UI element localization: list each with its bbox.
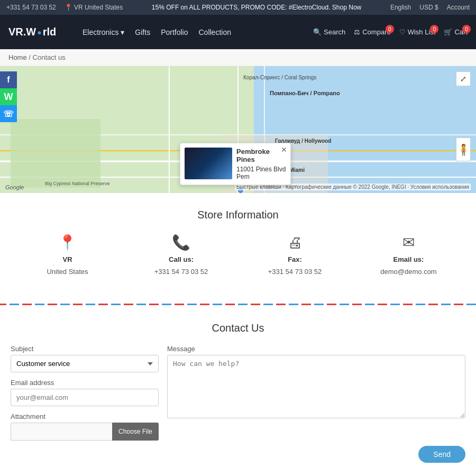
dashed-divider-1 — [0, 301, 476, 307]
store-location-item: 📍 VR United States — [11, 234, 124, 276]
compare-badge: 0 — [386, 25, 394, 33]
breadcrumb: Home / Contact us — [0, 49, 476, 66]
facebook-button[interactable]: f — [0, 71, 17, 88]
fax-icon: 🖨 — [288, 234, 303, 251]
header-actions: 🔍 Search ⚖ Compare 0 ♡ Wish List 0 🛒 Car… — [313, 28, 468, 36]
email-address: demo@demo.com — [380, 268, 436, 276]
call-number: +331 54 73 03 52 — [154, 268, 208, 276]
nav-electronics[interactable]: Electronics ▾ — [83, 28, 124, 36]
map-popup: ✕ Pembroke Pines 11001 Pines Blvd Pem — [180, 143, 291, 185]
location-label: 📍 VR United States — [65, 4, 123, 11]
account-link[interactable]: Account — [447, 4, 470, 11]
map-popup-title: Pembroke Pines — [236, 148, 286, 163]
contact-title: Contact Us — [11, 322, 465, 334]
send-row: Send — [11, 446, 465, 463]
logo[interactable]: VR.W●rld — [8, 26, 72, 38]
breadcrumb-separator: / — [29, 53, 32, 61]
promo-banner: 15% OFF on ALL PRODUCTS, PROMO CODE: #El… — [152, 4, 361, 11]
social-float: f W ☏ — [0, 71, 17, 122]
top-bar: +331 54 73 03 52 📍 VR United States 15% … — [0, 0, 476, 15]
compare-icon: ⚖ — [354, 28, 360, 36]
contact-section: Contact Us Subject Customer service Emai… — [0, 312, 476, 476]
phone-number: +331 54 73 03 52 — [6, 4, 56, 11]
nav-collection[interactable]: Collection — [199, 28, 231, 36]
store-name: VR — [62, 255, 72, 263]
top-bar-right: English USD $ Account — [390, 4, 470, 11]
wishlist-action[interactable]: ♡ Wish List 0 — [399, 28, 436, 36]
message-label: Message — [167, 345, 465, 353]
nav-gifts[interactable]: Gifts — [135, 28, 150, 36]
email-input[interactable] — [11, 389, 159, 406]
attachment-row: Choose File — [11, 423, 159, 441]
svg-rect-9 — [11, 119, 100, 188]
attachment-input[interactable] — [11, 423, 112, 441]
search-action[interactable]: 🔍 Search — [313, 28, 345, 36]
phone-button[interactable]: ☏ — [0, 105, 17, 122]
store-info-grid: 📍 VR United States 📞 Call us: +331 54 73… — [11, 234, 465, 276]
fax-label: Fax: — [288, 255, 302, 263]
cart-icon: 🛒 — [444, 28, 452, 36]
search-icon: 🔍 — [313, 28, 322, 36]
subject-field-group: Subject Customer service — [11, 345, 159, 372]
email-field-group: Email address — [11, 379, 159, 406]
wishlist-badge: 0 — [430, 25, 438, 33]
heart-icon: ♡ — [399, 28, 406, 36]
logo-text-vr: VR.W — [8, 26, 36, 38]
breadcrumb-current: Contact us — [33, 53, 66, 61]
google-logo: Google — [5, 184, 24, 190]
store-country: United States — [47, 268, 88, 276]
cart-badge: 0 — [462, 25, 471, 33]
contact-left: Subject Customer service Email address A… — [11, 345, 159, 441]
map-popup-address: 11001 Pines Blvd Pem — [236, 166, 286, 180]
map-popup-text: Pembroke Pines 11001 Pines Blvd Pem — [236, 148, 286, 180]
store-fax-item: 🖨 Fax: +331 54 73 03 52 — [238, 234, 352, 276]
map-popup-content: Pembroke Pines 11001 Pines Blvd Pem — [180, 143, 290, 185]
phone-icon: 📞 — [172, 234, 190, 251]
attachment-field-group: Attachment Choose File — [11, 413, 159, 441]
map-popup-image — [185, 148, 232, 179]
search-label: Search — [324, 28, 345, 36]
currency-selector[interactable]: USD $ — [419, 4, 438, 11]
logo-circle: ● — [37, 28, 41, 36]
fax-number: +331 54 73 03 52 — [268, 268, 322, 276]
email-field-label: Email address — [11, 379, 159, 387]
store-info-section: Store Information 📍 VR United States 📞 C… — [0, 193, 476, 297]
main-nav: Electronics ▾ Gifts Portfolio Collection — [83, 28, 303, 36]
compare-action[interactable]: ⚖ Compare 0 — [354, 28, 390, 36]
cart-action[interactable]: 🛒 Cart 0 — [444, 28, 468, 36]
call-label: Call us: — [169, 255, 194, 263]
contact-form-grid: Subject Customer service Email address A… — [11, 345, 465, 441]
map-pegman[interactable]: 🧍 — [456, 138, 471, 161]
svg-text:Корал-Спрингс / Coral Springs: Корал-Спрингс / Coral Springs — [243, 75, 316, 80]
email-icon: ✉ — [402, 234, 415, 251]
send-button[interactable]: Send — [418, 446, 465, 463]
map-container[interactable]: f W ☏ Корал-Спрингс / Coral Springs Помп… — [0, 66, 476, 193]
subject-label: Subject — [11, 345, 159, 353]
header: VR.W●rld Electronics ▾ Gifts Portfolio C… — [0, 15, 476, 49]
subject-select[interactable]: Customer service — [11, 355, 159, 372]
email-label: Email us: — [393, 255, 424, 263]
attachment-label: Attachment — [11, 413, 159, 420]
map-fullscreen-button[interactable]: ⤢ — [456, 71, 471, 86]
store-phone-item: 📞 Call us: +331 54 73 03 52 — [124, 234, 238, 276]
store-info-title: Store Information — [11, 209, 465, 221]
choose-file-button[interactable]: Choose File — [112, 423, 159, 441]
map-popup-close[interactable]: ✕ — [281, 145, 287, 154]
top-bar-left: +331 54 73 03 52 📍 VR United States — [6, 4, 123, 11]
svg-text:Big Cypress National Preserve: Big Cypress National Preserve — [45, 181, 110, 186]
language-selector[interactable]: English — [390, 4, 411, 11]
nav-portfolio[interactable]: Portfolio — [161, 28, 188, 36]
logo-text-rld: rld — [43, 26, 57, 38]
whatsapp-button[interactable]: W — [0, 88, 17, 105]
location-icon: 📍 — [58, 234, 77, 251]
message-textarea[interactable] — [167, 355, 465, 418]
contact-right: Message — [167, 345, 465, 420]
breadcrumb-home[interactable]: Home — [8, 53, 27, 61]
store-email-item: ✉ Email us: demo@demo.com — [352, 234, 465, 276]
svg-text:Помпано-Бич / Pompano: Помпано-Бич / Pompano — [270, 90, 340, 96]
